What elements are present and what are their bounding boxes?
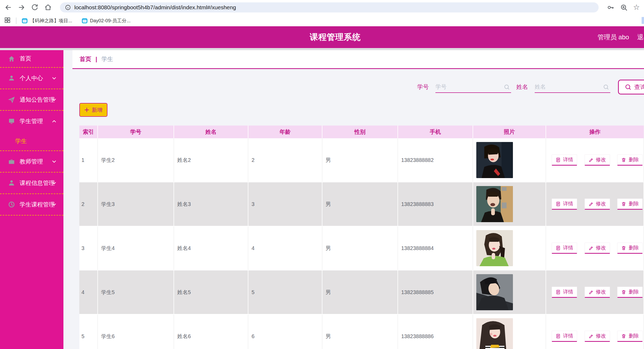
forward-icon[interactable] [18,3,25,11]
cell-age: 2 [248,138,322,182]
delete-button[interactable]: 删除 [617,243,643,254]
sidebar-item-student-courses[interactable]: 学生课程管理 [0,194,63,215]
sidebar-item-home[interactable]: 首页 [0,50,63,67]
cut-off-element [642,17,644,24]
detail-button[interactable]: 详情 [552,199,577,210]
reload-icon[interactable] [31,3,39,11]
student-photo [476,186,513,222]
sidebar-item-teachers[interactable]: 教师管理 [0,151,63,172]
edit-button[interactable]: 修改 [585,199,610,210]
chevron-down-icon [51,202,57,208]
sidebar-item-notices[interactable]: 通知公告管理 [0,89,63,110]
document-icon [556,334,561,339]
content-body: 学号 姓名 查询 [72,80,644,349]
detail-button[interactable]: 详情 [552,287,577,298]
bookmark-item[interactable]: 【码神之路】项目... [22,18,72,24]
cell-phone: 13823888883 [398,182,473,226]
pencil-icon [589,245,594,251]
bookmark-item[interactable]: Day02-09-员工分... [82,18,131,24]
cell-name: 姓名4 [174,226,248,270]
breadcrumb-home[interactable]: 首页 [80,55,91,63]
col-age: 年龄 [248,126,322,138]
user-icon [8,75,15,82]
main-area: 首页 个人中心 通知公告管理 学生管理 学生 [0,50,644,349]
sidebar-subitem-student[interactable]: 学生 [0,132,63,150]
browser-window: localhost:8080/springboot5h4b7/admin/dis… [0,0,644,349]
delete-button[interactable]: 删除 [617,199,643,210]
pencil-icon [589,334,594,339]
student-no-label: 学号 [417,83,429,91]
sidebar-item-students[interactable]: 学生管理 [0,111,63,132]
sidebar: 首页 个人中心 通知公告管理 学生管理 学生 [0,50,63,349]
add-button-label: 新增 [92,106,102,114]
home-icon[interactable] [44,3,52,11]
delete-button[interactable]: 删除 [617,154,643,166]
logout-link[interactable]: 退出 [637,26,644,48]
add-button[interactable]: 新增 [79,103,107,117]
cell-index: 3 [79,226,98,270]
delete-button[interactable]: 删除 [617,287,643,298]
students-table: 索引 学号 姓名 年龄 性别 手机 照片 操作 1 [79,126,644,349]
document-icon [556,201,561,206]
edit-button[interactable]: 修改 [585,243,610,254]
plus-icon [84,107,89,112]
logged-in-user: 管理员 abo [598,26,629,48]
sidebar-item-profile[interactable]: 个人中心 [0,68,63,89]
col-index: 索引 [79,126,98,138]
student-photo [476,274,513,310]
cell-index: 1 [79,138,98,182]
app-header: 课程管理系统 管理员 abo 退出 [0,26,644,48]
bookmark-star-icon[interactable]: ☆ [633,4,640,11]
col-gender: 性别 [322,126,398,138]
url-bar[interactable]: localhost:8080/springboot5h4b7/admin/dis… [60,2,599,12]
toolbar-right: ☆ [607,3,640,11]
bookmarks-bar: 【码神之路】项目... Day02-09-员工分... [0,15,644,26]
send-icon [8,96,15,103]
search-icon [603,84,609,90]
query-button[interactable]: 查询 [618,80,644,94]
monitor-icon [8,118,15,125]
chevron-down-icon [51,159,57,165]
zoom-in-icon[interactable] [620,3,628,11]
edit-button[interactable]: 修改 [585,331,610,342]
detail-button[interactable]: 详情 [552,243,577,254]
pencil-icon [589,157,594,162]
table-header-row: 索引 学号 姓名 年龄 性别 手机 照片 操作 [79,126,644,138]
filter-row: 学号 姓名 查询 [79,80,644,94]
page-title: 课程管理系统 [0,26,644,48]
delete-button[interactable]: 删除 [617,331,643,342]
cell-name: 姓名2 [174,138,248,182]
table-row: 4 学生5 姓名5 5 男 13823888885 详情 修改 删除 [79,270,644,314]
sidebar-item-label: 学生课程管理 [20,201,55,209]
person-icon [8,179,15,187]
detail-button[interactable]: 详情 [552,154,577,166]
detail-button[interactable]: 详情 [552,331,577,342]
breadcrumb: 首页 | 学生 [72,50,644,69]
sidebar-item-label: 首页 [20,55,31,63]
cell-gender: 男 [322,182,398,226]
cell-index: 4 [79,270,98,314]
student-no-input-wrap [435,81,511,93]
edit-button[interactable]: 修改 [585,287,610,298]
sidebar-separator [0,215,63,216]
document-icon [556,290,561,295]
apps-grid-icon[interactable] [4,17,11,24]
browser-toolbar: localhost:8080/springboot5h4b7/admin/dis… [0,0,644,15]
back-icon[interactable] [4,3,12,11]
edit-button[interactable]: 修改 [585,154,610,166]
sidebar-item-label: 课程信息管理 [20,179,55,187]
student-no-input[interactable] [435,81,511,92]
cell-name: 姓名6 [174,314,248,349]
sidebar-item-label: 教师管理 [20,158,43,166]
cell-student-no: 学生6 [98,314,174,349]
trash-icon [621,201,626,206]
url-text: localhost:8080/springboot5h4b7/admin/dis… [74,4,236,11]
password-key-icon[interactable] [607,3,615,11]
trash-icon [621,245,626,251]
cell-name: 姓名5 [174,270,248,314]
chevron-down-icon [51,75,57,81]
sidebar-item-courses[interactable]: 课程信息管理 [0,173,63,193]
search-icon [625,84,632,91]
cell-gender: 男 [322,138,398,182]
name-input[interactable] [535,81,610,92]
